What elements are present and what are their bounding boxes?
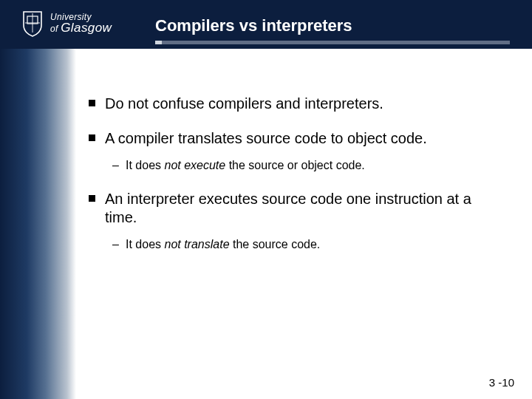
bullet-text: An interpreter executes source code one … xyxy=(105,191,471,225)
slide: University of Glasgow Compilers vs inter… xyxy=(0,0,532,399)
side-gradient xyxy=(0,49,76,399)
university-logo: University of Glasgow xyxy=(0,0,112,37)
sub-em: not translate xyxy=(164,238,229,250)
sub-em: not execute xyxy=(164,159,225,171)
logo-text: University of Glasgow xyxy=(50,13,112,35)
bullet-text: Do not confuse compilers and interpreter… xyxy=(105,95,383,112)
title-underline xyxy=(155,41,510,44)
bullet-item: A compiler translates source code to obj… xyxy=(105,129,502,174)
logo-of: of xyxy=(50,24,58,34)
sub-item: It does not execute the source or object… xyxy=(126,158,502,174)
title-block: Compilers vs interpreters xyxy=(155,16,352,35)
slide-title: Compilers vs interpreters xyxy=(155,16,352,35)
crest-icon xyxy=(22,10,43,37)
bullet-text: A compiler translates source code to obj… xyxy=(105,130,427,146)
sub-list: It does not execute the source or object… xyxy=(105,158,502,174)
content-area: Do not confuse compilers and interpreter… xyxy=(89,95,502,269)
sub-prefix: It does xyxy=(126,159,164,171)
bullet-item: Do not confuse compilers and interpreter… xyxy=(105,95,502,113)
page-number: 3 -10 xyxy=(489,376,514,389)
bullet-list: Do not confuse compilers and interpreter… xyxy=(89,95,502,253)
logo-glasgow: Glasgow xyxy=(61,21,112,35)
bullet-item: An interpreter executes source code one … xyxy=(105,190,502,253)
sub-list: It does not translate the source code. xyxy=(105,237,502,253)
sub-item: It does not translate the source code. xyxy=(126,237,502,253)
sub-suffix: the source or object code. xyxy=(225,159,365,171)
sub-suffix: the source code. xyxy=(230,238,321,250)
sub-prefix: It does xyxy=(126,238,164,250)
header-bar: University of Glasgow Compilers vs inter… xyxy=(0,0,532,49)
